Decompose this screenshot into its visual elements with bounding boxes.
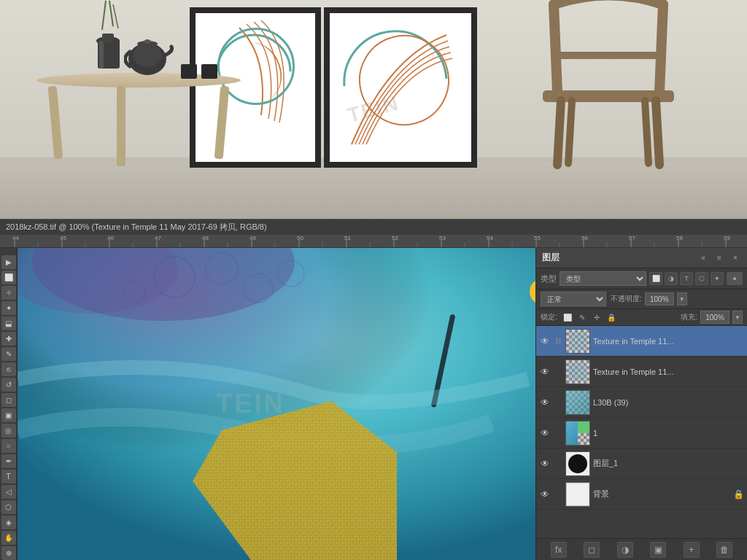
layer-item-2[interactable]: 👁 Texture in Temple 11... — [536, 357, 747, 387]
opacity-dropdown-btn[interactable]: ▼ — [677, 292, 687, 306]
layer-link-4 — [554, 427, 562, 439]
frame-right — [324, 7, 477, 168]
layer-link-5 — [554, 458, 562, 470]
tool-clone[interactable]: ⎋ — [1, 362, 16, 376]
svg-rect-6 — [102, 34, 114, 42]
layer-item-6[interactable]: 👁 背景 🔒 — [536, 479, 747, 510]
layer-visibility-6[interactable]: 👁 — [539, 489, 551, 500]
tool-zoom[interactable]: ⊕ — [1, 546, 16, 560]
layer-mask-btn[interactable]: ◻ — [584, 542, 600, 558]
tool-history[interactable]: ↺ — [1, 378, 16, 392]
chair — [528, 0, 689, 175]
svg-text:49: 49 — [249, 235, 256, 241]
filter-text-btn[interactable]: T — [680, 272, 693, 285]
layer-visibility-5[interactable]: 👁 — [539, 458, 551, 470]
layer-item-5[interactable]: 👁 图层_1 — [536, 448, 747, 479]
fill-input[interactable] — [700, 311, 729, 324]
layer-thumb-3 — [565, 390, 590, 415]
tool-path-select[interactable]: ◁ — [1, 485, 16, 499]
layer-link-3 — [554, 397, 562, 408]
tools-spacer — [1, 251, 16, 254]
svg-text:50: 50 — [297, 235, 303, 241]
layer-item-3[interactable]: 👁 L30B (39) — [536, 387, 747, 418]
svg-line-14 — [656, 101, 659, 165]
svg-text:59: 59 — [724, 235, 730, 241]
ruler: 44 45 46 47 48 49 50 51 52 53 54 55 56 — [0, 235, 747, 248]
layer-fx-btn[interactable]: fx — [551, 542, 567, 558]
layer-name-6: 背景 — [593, 489, 730, 499]
svg-line-16 — [645, 101, 649, 163]
filter-type-label: 类型 — [541, 273, 557, 284]
svg-text:44: 44 — [12, 235, 19, 241]
filter-shape-btn[interactable]: ⬡ — [695, 272, 708, 285]
tool-dodge[interactable]: ○ — [1, 439, 16, 453]
layer-visibility-1[interactable]: 👁 — [539, 335, 551, 347]
svg-text:56: 56 — [581, 235, 588, 241]
svg-line-0 — [102, 1, 106, 30]
layers-blend-row: 正常 溶解 正片叠底 不透明度: ▼ — [536, 289, 747, 309]
layer-visibility-2[interactable]: 👁 — [539, 366, 551, 378]
fill-label: 填充: — [681, 312, 697, 322]
filter-smart-btn[interactable]: ✦ — [711, 272, 724, 285]
lock-label: 锁定: — [541, 312, 557, 322]
tool-magic-wand[interactable]: ✦ — [1, 301, 16, 315]
tool-lasso[interactable]: ✧ — [1, 286, 16, 300]
layer-item-4[interactable]: 👁 1 — [536, 418, 747, 448]
ruler-svg: 44 45 46 47 48 49 50 51 52 53 54 55 56 — [0, 235, 747, 247]
layer-item-1[interactable]: 👁 ⛓ Texture in Temple 11... — [536, 326, 747, 357]
table-leg-3 — [214, 86, 230, 160]
filter-toggle: ● — [727, 272, 743, 285]
svg-point-10 — [144, 39, 151, 44]
opacity-input[interactable] — [645, 292, 674, 306]
lock-position-btn[interactable]: ✛ — [591, 311, 603, 323]
tool-select-rect[interactable]: ⬜ — [1, 271, 16, 284]
tool-crop[interactable]: ⬓ — [1, 316, 16, 330]
svg-text:45: 45 — [60, 235, 66, 241]
tool-blur[interactable]: ◎ — [1, 424, 16, 438]
ps-canvas: TEIN — [18, 248, 535, 560]
lock-pixels-btn[interactable]: ✎ — [576, 311, 588, 323]
layer-link-1[interactable]: ⛓ — [554, 335, 562, 347]
layers-panel: 图层 « ≡ × 类型 类型 ⬜ ◑ T ⬡ ✦ ● — [535, 248, 747, 560]
layers-collapse-btn[interactable]: « — [697, 252, 709, 264]
filter-icons: ⬜ ◑ T ⬡ ✦ — [649, 272, 724, 285]
layers-menu-btn[interactable]: ≡ — [713, 252, 725, 264]
layers-filter-row: 类型 类型 ⬜ ◑ T ⬡ ✦ ● — [536, 268, 747, 289]
table-leg-1 — [48, 86, 63, 160]
layer-add-btn[interactable]: + — [684, 542, 700, 558]
opacity-row: 不透明度: ▼ — [611, 292, 687, 306]
svg-text:46: 46 — [107, 235, 114, 241]
tool-hand[interactable]: ✋ — [1, 531, 16, 545]
filter-type-dropdown[interactable]: 类型 — [560, 271, 646, 286]
tool-gradient[interactable]: ▣ — [1, 408, 16, 422]
filter-pixel-btn[interactable]: ⬜ — [649, 272, 662, 285]
tool-brush[interactable]: ✎ — [1, 347, 16, 361]
tool-3d[interactable]: ◈ — [1, 516, 16, 529]
layer-group-btn[interactable]: ▣ — [650, 542, 666, 558]
svg-line-15 — [568, 101, 572, 163]
layer-visibility-4[interactable]: 👁 — [539, 427, 551, 439]
svg-text:53: 53 — [439, 235, 446, 241]
filter-adjust-btn[interactable]: ◑ — [665, 272, 678, 285]
layers-lock-row: 锁定: ⬜ ✎ ✛ 🔒 填充: ▼ — [536, 309, 747, 326]
tool-pen[interactable]: ✒ — [1, 454, 16, 468]
tool-heal[interactable]: ✚ — [1, 332, 16, 346]
tool-eraser[interactable]: ◻ — [1, 393, 16, 407]
cup-2 — [201, 64, 217, 79]
lock-all-btn[interactable]: 🔒 — [605, 311, 617, 323]
layers-close-btn[interactable]: × — [729, 252, 741, 264]
layer-visibility-3[interactable]: 👁 — [539, 397, 551, 408]
fill-dropdown-btn[interactable]: ▼ — [732, 311, 743, 324]
opacity-label: 不透明度: — [611, 294, 642, 304]
svg-text:55: 55 — [534, 235, 541, 241]
layer-delete-btn[interactable]: 🗑 — [716, 542, 732, 558]
layer-adjustment-btn[interactable]: ◑ — [617, 542, 633, 558]
lock-transparency-btn[interactable]: ⬜ — [562, 311, 573, 323]
tool-move[interactable]: ▶ — [1, 255, 16, 269]
tool-text[interactable]: T — [1, 470, 16, 483]
svg-text:51: 51 — [344, 235, 351, 241]
tools-panel: ▶ ⬜ ✧ ✦ ⬓ ✚ ✎ ⎋ ↺ ◻ ▣ ◎ ○ ✒ T ◁ ⬡ ◈ ✋ ⊕ — [0, 248, 18, 560]
blend-mode-dropdown[interactable]: 正常 溶解 正片叠底 — [541, 292, 606, 306]
tool-shape[interactable]: ⬡ — [1, 500, 16, 514]
filter-on-btn[interactable]: ● — [727, 272, 743, 285]
